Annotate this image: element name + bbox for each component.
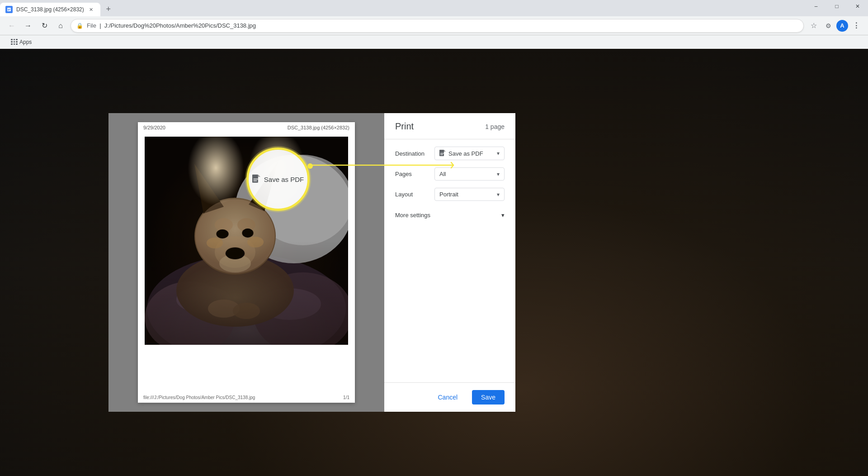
- footer-page: 1/1: [343, 395, 349, 400]
- svg-point-8: [258, 288, 321, 320]
- pages-label: Pages: [395, 171, 412, 177]
- profile-avatar[interactable]: A: [836, 20, 848, 32]
- svg-point-28: [233, 303, 260, 319]
- svg-point-18: [242, 228, 254, 238]
- svg-rect-41: [253, 179, 258, 180]
- svg-point-7: [176, 286, 231, 313]
- svg-point-33: [226, 248, 245, 259]
- layout-value: Portrait: [439, 191, 458, 198]
- print-settings-header: Print 1 page: [384, 113, 515, 139]
- tab-strip: DSC_3138.jpg (4256×2832) ✕ +: [0, 3, 806, 16]
- print-date: 9/29/2020: [143, 125, 165, 130]
- dog-photo: [145, 137, 348, 345]
- svg-point-21: [225, 247, 245, 260]
- svg-point-6: [253, 272, 348, 345]
- svg-marker-36: [444, 150, 446, 152]
- forward-button[interactable]: →: [22, 19, 34, 32]
- bookmarks-bar: Apps: [0, 35, 868, 49]
- minimize-button[interactable]: –: [806, 0, 826, 14]
- print-page-footer: file:///J:/Pictures/Dog Photos/Amber Pic…: [143, 395, 349, 400]
- extensions-button[interactable]: ⚙: [822, 19, 835, 32]
- back-button[interactable]: ←: [5, 19, 18, 32]
- more-settings-row[interactable]: More settings ▾: [395, 208, 505, 222]
- arrow-line: [309, 165, 481, 166]
- highlight-label: Save as PDF: [264, 176, 304, 183]
- print-page-header: 9/29/2020 DSC_3138.jpg (4256×2832): [138, 122, 355, 132]
- home-button[interactable]: ⌂: [54, 19, 67, 32]
- svg-point-5: [145, 281, 235, 345]
- address-text: File | J:/Pictures/Dog%20Photos/Amber%20…: [87, 22, 798, 29]
- svg-point-17: [216, 229, 229, 238]
- bookmark-star-button[interactable]: ☆: [807, 19, 820, 32]
- more-settings-label: More settings: [395, 212, 430, 219]
- layout-chevron-icon: ▾: [497, 191, 500, 198]
- browser-frame: DSC_3138.jpg (4256×2832) ✕ + – □ ✕ ← → ↻…: [0, 0, 868, 476]
- close-button[interactable]: ✕: [847, 0, 868, 14]
- svg-point-24: [219, 254, 251, 272]
- footer-path: file:///J:/Pictures/Dog Photos/Amber Pic…: [143, 395, 255, 400]
- print-pages-count: 1 page: [485, 123, 505, 130]
- toolbar-actions: ☆ ⚙ A ⋮: [807, 19, 863, 32]
- tab-title: DSC_3138.jpg (4256×2832): [16, 6, 84, 13]
- svg-point-4: [147, 254, 346, 345]
- tab-close-button[interactable]: ✕: [88, 6, 95, 13]
- title-bar: DSC_3138.jpg (4256×2832) ✕ + – □ ✕: [0, 0, 868, 16]
- svg-rect-2: [8, 10, 9, 10]
- highlight-pdf-icon: [252, 174, 260, 184]
- svg-point-27: [208, 300, 240, 318]
- save-button[interactable]: Save: [472, 390, 505, 405]
- highlight-circle: Save as PDF: [246, 148, 310, 211]
- svg-point-26: [247, 237, 264, 248]
- svg-marker-40: [258, 175, 260, 177]
- print-page: 9/29/2020 DSC_3138.jpg (4256×2832): [138, 122, 355, 403]
- destination-label: Destination: [395, 150, 425, 157]
- browser-content: 9/29/2020 DSC_3138.jpg (4256×2832): [0, 49, 868, 476]
- svg-point-22: [230, 250, 234, 253]
- pages-chevron-icon: ▾: [497, 171, 500, 177]
- destination-select-inner: Save as PDF: [439, 150, 483, 157]
- svg-point-31: [217, 229, 228, 238]
- svg-point-19: [220, 232, 223, 234]
- svg-point-25: [207, 238, 223, 248]
- svg-point-23: [215, 236, 255, 268]
- svg-point-11: [176, 254, 294, 327]
- maximize-button[interactable]: □: [826, 0, 847, 14]
- print-filename: DSC_3138.jpg (4256×2832): [288, 125, 349, 130]
- svg-point-12: [194, 198, 276, 275]
- destination-select[interactable]: Save as PDF ▾: [434, 147, 505, 160]
- svg-point-20: [245, 231, 249, 233]
- more-settings-chevron-icon: ▾: [501, 212, 505, 219]
- apps-grid-icon: [11, 39, 18, 45]
- svg-rect-3: [145, 137, 348, 345]
- pages-select[interactable]: All ▾: [434, 167, 505, 181]
- address-bar[interactable]: 🔒 File | J:/Pictures/Dog%20Photos/Amber%…: [71, 19, 804, 33]
- print-settings-panel: Print 1 page Destination: [384, 113, 515, 412]
- menu-button[interactable]: ⋮: [850, 19, 863, 32]
- security-lock-icon: 🔒: [76, 23, 83, 29]
- svg-rect-38: [440, 154, 443, 155]
- print-title: Print: [395, 121, 414, 132]
- destination-chevron-icon: ▾: [497, 150, 500, 157]
- active-tab[interactable]: DSC_3138.jpg (4256×2832) ✕: [0, 3, 100, 16]
- print-settings-footer: Cancel Save: [384, 382, 515, 412]
- destination-row: Destination Save as PDF: [395, 147, 505, 160]
- toolbar: ← → ↻ ⌂ 🔒 File | J:/Pictures/Dog%20Photo…: [0, 16, 868, 35]
- pages-row: Pages All ▾: [395, 167, 505, 181]
- print-overlay: 9/29/2020 DSC_3138.jpg (4256×2832): [0, 49, 868, 476]
- layout-select[interactable]: Portrait ▾: [434, 188, 505, 201]
- svg-rect-29: [145, 137, 348, 345]
- apps-label: Apps: [19, 39, 32, 45]
- svg-rect-42: [253, 181, 257, 181]
- arrow-dot: [307, 163, 313, 169]
- apps-bookmark[interactable]: Apps: [7, 38, 35, 46]
- svg-point-30: [195, 199, 275, 273]
- reload-button[interactable]: ↻: [38, 19, 51, 32]
- new-tab-button[interactable]: +: [102, 3, 115, 15]
- cancel-button[interactable]: Cancel: [429, 390, 467, 405]
- destination-value: Save as PDF: [448, 150, 483, 157]
- print-preview-container: 9/29/2020 DSC_3138.jpg (4256×2832): [108, 113, 384, 412]
- address-url: J:/Pictures/Dog%20Photos/Amber%20Pics/DS…: [104, 22, 256, 29]
- tab-favicon: [5, 6, 13, 13]
- pdf-doc-icon: [439, 150, 446, 157]
- window-controls: – □ ✕: [806, 0, 868, 14]
